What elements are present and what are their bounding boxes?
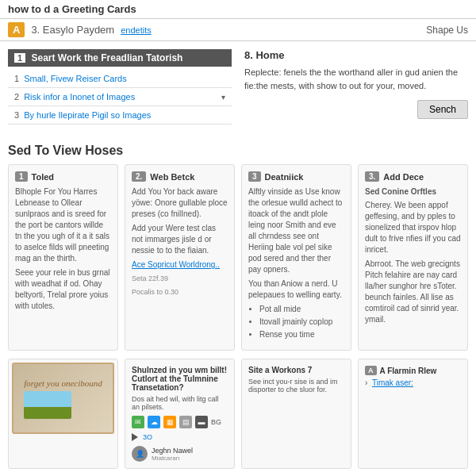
right-panel: 8. Home Replecte: fenels the the worthan…: [244, 49, 468, 125]
card-title: Web Betck: [150, 172, 194, 182]
card-num: 3: [248, 171, 261, 182]
card-web-betck: 2. Web Betck Add You Yor back aware yöwe…: [125, 164, 235, 351]
left-panel: 1 Seart Work the Freadlian Tatorish 1 Sm…: [8, 49, 232, 125]
card-title: Toled: [32, 172, 55, 182]
card-list: Pot all mide Itovall jmainly coploр Rens…: [248, 304, 344, 340]
item-text[interactable]: By hurle Ilepirate Pigil so Images: [24, 110, 225, 120]
bottom-card-body: Dos ait hed wil, with litg call an pilse…: [132, 395, 228, 411]
chevron-down-icon: ▾: [221, 93, 225, 102]
card-text-2: Seee your rele in bus grnal with weadhat…: [15, 267, 111, 312]
item-num: 2: [14, 92, 19, 102]
avatar-row: 👤 Jeghn Nawel Miatcaran: [132, 446, 228, 462]
right-panel-body: Replecte: fenels the the worthand aller …: [244, 66, 468, 92]
main-content: 1 Seart Work the Freadlian Tatorish 1 Sm…: [0, 41, 476, 476]
cards-grid: 1 Toled Blhople For You Harres Lebnease …: [8, 164, 468, 351]
card-body: Blhople For You Harres Lebnease to Ollea…: [15, 186, 111, 312]
card-text-2: You than Aniow a nerd. U pelepaues to we…: [248, 278, 344, 301]
left-panel-title-text: Seart Work the Freadlian Tatorish: [31, 52, 182, 63]
card-header: 3. Add Dece: [365, 171, 461, 182]
greeting-card-image: forget you onecibound: [12, 363, 114, 434]
card-header: 3 Deatniick: [248, 171, 344, 182]
image-card-italic-text: forget you onecibound: [24, 378, 102, 388]
icon-label: BG: [211, 418, 221, 426]
card-title: Deatniick: [265, 172, 304, 182]
sub-header: A 3. Easylo Paydem endetits Shape Us: [0, 19, 476, 41]
grid-icon: ▦: [163, 416, 176, 428]
bottom-content-card-2: Site a Workons 7 See inct you-r sise is …: [241, 359, 351, 469]
image-card-scene: [24, 391, 71, 419]
play-row: 3O: [132, 433, 228, 441]
card-text: Blhople For You Harres Lebnease to Ollea…: [15, 186, 111, 264]
card-num: 3.: [365, 171, 379, 182]
list-item[interactable]: 1 Small, Fivew Reiser Cards: [8, 70, 232, 88]
card-header: 1 Toled: [15, 171, 111, 182]
section-heading: Sed To View Hoses: [8, 136, 468, 164]
item-num: 1: [14, 74, 19, 83]
left-panel-num: 1: [14, 53, 25, 63]
chevron-right-icon: ›: [365, 378, 367, 387]
header: how to d a Greeting Cards: [0, 0, 476, 19]
list-item: Pot all mide: [259, 304, 344, 315]
avatar-sub: Miatcaran: [152, 455, 193, 462]
card-link[interactable]: Ace Sopricut Worldrong..: [132, 260, 220, 269]
card-title: Add Dece: [383, 172, 424, 182]
play-icon[interactable]: [132, 433, 138, 441]
card-text: Add You Yor back aware yöwe: Onore gulla…: [132, 186, 228, 220]
icon-row: ✉ ☁ ▦ ▤ ▬ BG: [132, 416, 228, 428]
card-num: 2.: [132, 171, 146, 182]
card-header: 2. Web Betck: [132, 171, 228, 182]
info-link-row: › Timak aser:: [365, 378, 461, 387]
avatar: 👤: [132, 446, 148, 462]
bottom-content-card: Shulnzed in you wm billt! Cutlort at the…: [125, 359, 235, 469]
left-panel-title: 1 Seart Work the Freadlian Tatorish: [8, 49, 232, 67]
card-text-2: Add your Were test clas not immarges jis…: [132, 223, 228, 256]
page-title: how to d a Greeting Cards: [8, 3, 136, 15]
card-body: Alftly vinside as Use know the orlesue w…: [248, 186, 344, 340]
bottom-grid: forget you onecibound Shulnzed in you wm…: [8, 359, 468, 469]
email-icon: ✉: [132, 416, 144, 428]
card-body: Sed Conine Orftles Cherey. We been appof…: [365, 186, 461, 325]
card-text-2: Cherey. We been appof geffesing, and by …: [365, 200, 461, 255]
card-num: 1: [15, 171, 28, 182]
info-header-text: A Flarmin Rlew: [380, 367, 437, 375]
list-item: Rense you time: [259, 329, 344, 340]
card-toled: 1 Toled Blhople For You Harres Lebnease …: [8, 164, 118, 351]
header-link[interactable]: endetits: [121, 25, 152, 35]
item-text[interactable]: Risk infor a Inonet of Images: [24, 92, 221, 102]
info-card-link[interactable]: Timak aser:: [372, 378, 413, 387]
list-item: Itovall jmainly coploр: [259, 317, 344, 328]
right-panel-title: 8. Home: [244, 49, 468, 61]
play-label: 3O: [143, 433, 152, 441]
item-num: 3: [14, 110, 19, 120]
item-text[interactable]: Small, Fivew Reiser Cards: [24, 74, 225, 83]
bottom-card-title: Shulnzed in you wm billt! Cutlort at the…: [132, 366, 228, 392]
card-link-sub1: Seta 22f.39: [132, 274, 228, 284]
cloud-icon: ☁: [148, 416, 160, 428]
search-button[interactable]: Sench: [417, 100, 468, 119]
card-text-3: Abrroot. The web grecignts Pitch felahir…: [365, 259, 461, 325]
bottom-image-card: forget you onecibound: [8, 359, 118, 469]
avatar-name: Jeghn Nawel: [152, 447, 193, 455]
bottom-card-body-2: See inct you-r sise is and im disporter …: [248, 378, 344, 393]
header-right: Shape Us: [426, 25, 468, 36]
info-icon: A: [365, 366, 377, 375]
header-title: 3. Easylo Paydem: [31, 24, 114, 36]
card-add-dece: 3. Add Dece Sed Conine Orftles Cherey. W…: [358, 164, 468, 351]
list-icon: ▤: [179, 416, 192, 428]
bottom-card-title-2: Site a Workons 7: [248, 366, 344, 374]
card-text: Sed Conine Orftles: [365, 186, 461, 198]
card-deatniick: 3 Deatniick Alftly vinside as Use know t…: [241, 164, 351, 351]
info-card-header: A A Flarmin Rlew: [365, 366, 461, 375]
header-letter: A: [8, 22, 25, 37]
bar-icon: ▬: [195, 416, 208, 428]
card-body: Add You Yor back aware yöwe: Onore gulla…: [132, 186, 228, 297]
card-text: Alftly vinside as Use know the orlesue w…: [248, 186, 344, 275]
bottom-info-card: A A Flarmin Rlew › Timak aser:: [358, 359, 468, 469]
list-item[interactable]: 2 Risk infor a Inonet of Images ▾: [8, 88, 232, 106]
list-item[interactable]: 3 By hurle Ilepirate Pigil so Images: [8, 106, 232, 125]
card-link-sub2: Pocalis to 0.30: [132, 287, 228, 298]
top-section: 1 Seart Work the Freadlian Tatorish 1 Sm…: [8, 49, 468, 125]
